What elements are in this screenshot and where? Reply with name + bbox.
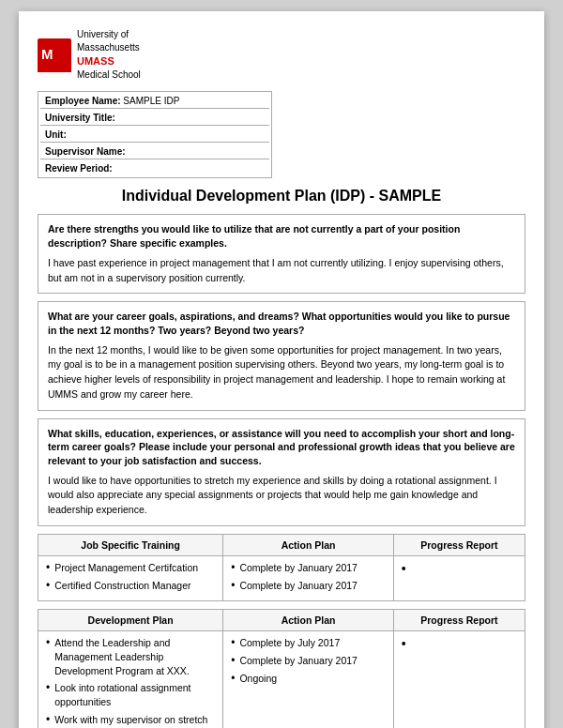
section-answer: I have past experience in project manage… — [48, 256, 515, 286]
svg-rect-2 — [38, 63, 71, 72]
logo-line1: University of — [77, 28, 141, 41]
main-title: Individual Development Plan (IDP) - SAMP… — [38, 188, 525, 205]
employee-info-row: Supervisor Name: — [40, 144, 269, 159]
employee-info-row: University Title: — [40, 111, 269, 126]
logo-brand: UMASS — [77, 54, 141, 68]
employee-info-cell: Employee Name: SAMPLE IDP — [40, 94, 269, 109]
employee-info-table: Employee Name: SAMPLE IDPUniversity Titl… — [38, 91, 272, 178]
list-item: Complete by January 2017 — [231, 561, 386, 575]
logo: M University of Massachusetts UMASS Medi… — [38, 28, 141, 82]
list-item: Complete by January 2017 — [231, 654, 386, 668]
logo-line3: Medical School — [77, 68, 141, 82]
section-question: Are there strengths you would like to ut… — [48, 222, 515, 250]
list-item: Certified Construction Manager — [46, 579, 215, 593]
dev-plan-table: Development Plan Action Plan Progress Re… — [38, 609, 525, 728]
page: M University of Massachusetts UMASS Medi… — [19, 11, 544, 728]
section-question: What are your career goals, aspirations,… — [48, 310, 515, 337]
logo-line2: Massachusetts — [77, 41, 141, 54]
section-block-2: What skills, education, experiences, or … — [38, 418, 525, 526]
progress-cell — [393, 555, 525, 600]
logo-text: University of Massachusetts UMASS Medica… — [77, 28, 141, 82]
employee-info-cell: Supervisor Name: — [40, 144, 269, 159]
employee-info-cell: Review Period: — [40, 161, 269, 175]
section-answer: In the next 12 months, I would like to b… — [48, 343, 515, 402]
employee-info-cell: University Title: — [40, 111, 269, 126]
job-training-col2-header: Action Plan — [223, 534, 394, 555]
job-training-row: Project Management CertifcationCertified… — [38, 555, 525, 600]
action-cell: Complete by January 2017Complete by Janu… — [223, 555, 394, 600]
employee-info-row: Review Period: — [40, 161, 269, 175]
employee-info-row: Unit: — [40, 128, 269, 143]
employee-info-cell: Unit: — [40, 128, 269, 143]
list-item: Ongoing — [231, 672, 386, 686]
section-block-0: Are there strengths you would like to ut… — [38, 214, 525, 294]
training-cell: Project Management CertifcationCertified… — [38, 555, 223, 600]
dev-action-cell: Complete by July 2017Complete by January… — [223, 631, 394, 728]
header: M University of Massachusetts UMASS Medi… — [38, 28, 525, 82]
list-item: Complete by January 2017 — [231, 579, 386, 593]
dev-plan-col3-header: Progress Report — [393, 610, 525, 631]
list-item: Look into rotational assignment opportun… — [46, 681, 215, 708]
list-item: Work with my supervisor on stretch oppor… — [46, 713, 215, 728]
list-item: Project Management Certifcation — [46, 561, 215, 575]
dev-plan-row: Attend the Leadership and Management Lea… — [38, 631, 525, 728]
list-item: Attend the Leadership and Management Lea… — [46, 636, 215, 677]
dev-progress-cell — [393, 631, 525, 728]
dev-plan-col2-header: Action Plan — [223, 610, 394, 631]
umass-logo-icon: M — [38, 38, 71, 72]
job-training-table: Job Specific Training Action Plan Progre… — [38, 534, 525, 601]
employee-info-row: Employee Name: SAMPLE IDP — [40, 94, 269, 109]
section-block-1: What are your career goals, aspirations,… — [38, 301, 525, 410]
svg-text:M: M — [41, 46, 53, 62]
job-training-col3-header: Progress Report — [393, 534, 525, 555]
dev-plan-col1-header: Development Plan — [38, 610, 223, 631]
section-question: What skills, education, experiences, or … — [48, 427, 515, 468]
dev-training-cell: Attend the Leadership and Management Lea… — [38, 631, 223, 728]
list-item: Complete by July 2017 — [231, 636, 386, 650]
section-answer: I would like to have opportunities to st… — [48, 474, 515, 518]
job-training-col1-header: Job Specific Training — [38, 534, 223, 555]
